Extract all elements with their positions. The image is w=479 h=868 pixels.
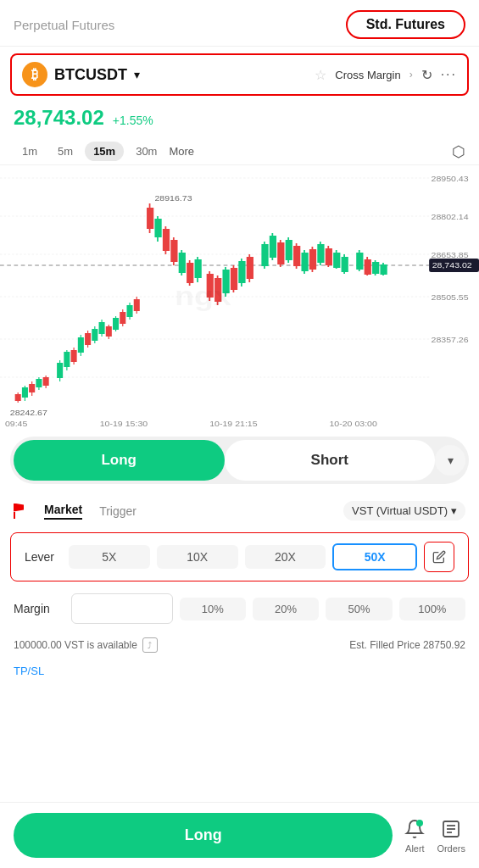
lever-edit-button[interactable] [424,542,454,572]
svg-rect-68 [247,257,253,279]
symbol-row: ₿ BTCUSDT ▾ ☆ Cross Margin › ↻ ··· [10,53,469,96]
short-button[interactable]: Short [225,440,436,481]
svg-text:28916.73: 28916.73 [154,194,192,203]
svg-rect-56 [195,259,202,278]
svg-rect-80 [301,253,308,271]
price-change: +1.55% [113,114,153,127]
filled-price-value: 28750.92 [423,639,465,651]
svg-rect-88 [333,253,340,268]
lever-10x[interactable]: 10X [157,545,238,569]
lever-5x[interactable]: 5X [69,545,150,569]
cross-margin-chevron: › [409,69,413,81]
svg-text:09:45: 09:45 [5,420,28,428]
top-navigation: Perpetual Futures Std. Futures [0,0,479,47]
svg-rect-50 [170,240,177,262]
symbol-selector[interactable]: ₿ BTCUSDT ▾ [22,62,140,87]
tf-15m[interactable]: 15m [85,142,124,161]
svg-rect-39 [126,305,132,317]
filled-price-label: Est. Filled Price [349,639,420,651]
price-chart: 28242.67 28916.73 [0,165,479,428]
svg-rect-25 [78,337,84,353]
svg-text:10-19 15:30: 10-19 15:30 [100,420,148,428]
tf-30m[interactable]: 30m [127,142,165,161]
svg-text:28357.26: 28357.26 [432,336,470,344]
trigger-tab[interactable]: Trigger [99,504,136,518]
available-text: 100000.00 VST is available [14,639,137,651]
available-amount: 100000.00 VST is available ⤴ [14,637,158,653]
transfer-icon[interactable]: ⤴ [142,637,158,653]
margin-input[interactable] [71,593,173,624]
svg-rect-98 [380,264,387,275]
direction-dropdown[interactable]: ▾ [435,445,465,476]
svg-rect-37 [120,312,125,324]
symbol-actions: ☆ Cross Margin › ↻ ··· [315,67,457,83]
btc-icon: ₿ [22,62,47,87]
margin-label: Margin [14,602,64,615]
svg-rect-35 [113,318,119,330]
svg-rect-90 [342,257,348,272]
svg-rect-8 [15,394,21,401]
svg-text:10-20 03:00: 10-20 03:00 [329,420,377,428]
svg-rect-43 [147,208,153,229]
svg-rect-16 [43,377,49,386]
more-options-icon[interactable]: ··· [441,67,457,82]
svg-rect-14 [36,379,42,387]
vst-label: VST (Virtual USDT) [352,504,448,517]
vst-chevron-icon: ▾ [451,504,457,517]
pct-20[interactable]: 20% [253,598,319,620]
alert-icon [403,817,426,841]
pct-50[interactable]: 50% [326,598,392,620]
chevron-down-icon: ▾ [134,68,140,81]
order-direction-container: Long Short ▾ [10,437,469,484]
svg-rect-72 [270,236,276,258]
red-flag-icon [14,504,24,519]
cross-margin-label[interactable]: Cross Margin [335,69,400,81]
svg-rect-96 [372,262,379,274]
price-row: 28,743.02 +1.55% [0,103,479,138]
svg-rect-78 [293,246,300,266]
svg-rect-76 [286,240,292,260]
svg-rect-52 [179,253,186,273]
tab-perpetual[interactable]: Perpetual Futures [14,18,114,32]
svg-text:28653.85: 28653.85 [432,251,470,259]
tab-std-futures[interactable]: Std. Futures [346,10,465,39]
lever-20x[interactable]: 20X [245,545,326,569]
svg-rect-82 [309,249,316,270]
alert-button[interactable]: Alert [403,817,426,854]
pct-100[interactable]: 100% [399,598,465,620]
svg-rect-92 [356,253,363,270]
svg-rect-41 [134,299,140,311]
refresh-icon[interactable]: ↻ [421,67,432,83]
favorite-icon[interactable]: ☆ [315,67,326,83]
svg-rect-66 [238,261,245,283]
lever-50x[interactable]: 50X [332,543,417,570]
chart-area: 28242.67 28916.73 [0,165,479,428]
settings-icon[interactable]: ⬡ [452,142,465,161]
orders-label: Orders [437,843,465,854]
filled-price: Est. Filled Price 28750.92 [349,639,465,651]
orders-icon [439,817,463,841]
svg-rect-64 [231,268,237,290]
vst-selector[interactable]: VST (Virtual USDT) ▾ [343,501,465,520]
tpsl-row: TP/SL [0,658,479,687]
tf-more[interactable]: More [169,145,194,158]
svg-text:10-19 21:15: 10-19 21:15 [209,420,258,428]
market-tab[interactable]: Market [44,503,82,520]
long-button[interactable]: Long [14,440,225,481]
symbol-name: BTCUSDT [54,66,127,84]
pct-10[interactable]: 10% [180,598,246,620]
tf-1m[interactable]: 1m [14,142,46,161]
svg-rect-27 [85,333,91,345]
svg-rect-10 [22,387,28,398]
svg-rect-23 [71,350,77,362]
svg-rect-31 [99,322,105,334]
orders-button[interactable]: Orders [437,817,465,854]
tf-5m[interactable]: 5m [49,142,81,161]
svg-rect-12 [29,384,35,392]
timeframe-row: 1m 5m 15m 30m More ⬡ [0,138,479,165]
main-long-button[interactable]: Long [14,813,393,858]
svg-rect-70 [261,244,268,266]
svg-text:28950.43: 28950.43 [432,175,470,183]
tpsl-link[interactable]: TP/SL [14,665,44,677]
svg-rect-46 [154,219,161,237]
